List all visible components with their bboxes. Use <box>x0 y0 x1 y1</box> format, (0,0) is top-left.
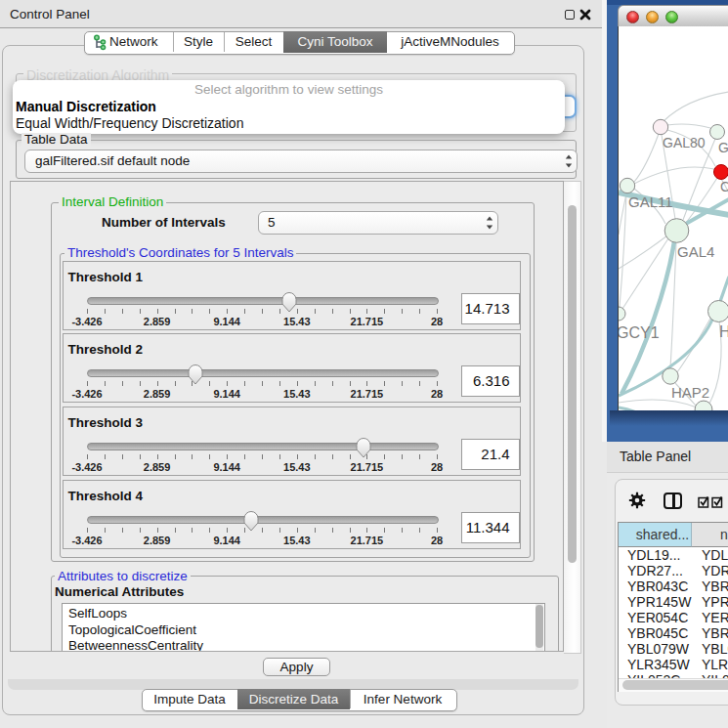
svg-text:H: H <box>719 323 728 340</box>
svg-text:GCY1: GCY1 <box>619 324 660 341</box>
svg-text:GAL4: GAL4 <box>677 243 714 260</box>
svg-text:GA: GA <box>718 140 728 155</box>
svg-text:GAL80: GAL80 <box>663 135 706 150</box>
svg-text:CA: CA <box>720 179 728 194</box>
svg-text:GAL11: GAL11 <box>628 193 673 210</box>
svg-text:HAP2: HAP2 <box>671 384 709 401</box>
